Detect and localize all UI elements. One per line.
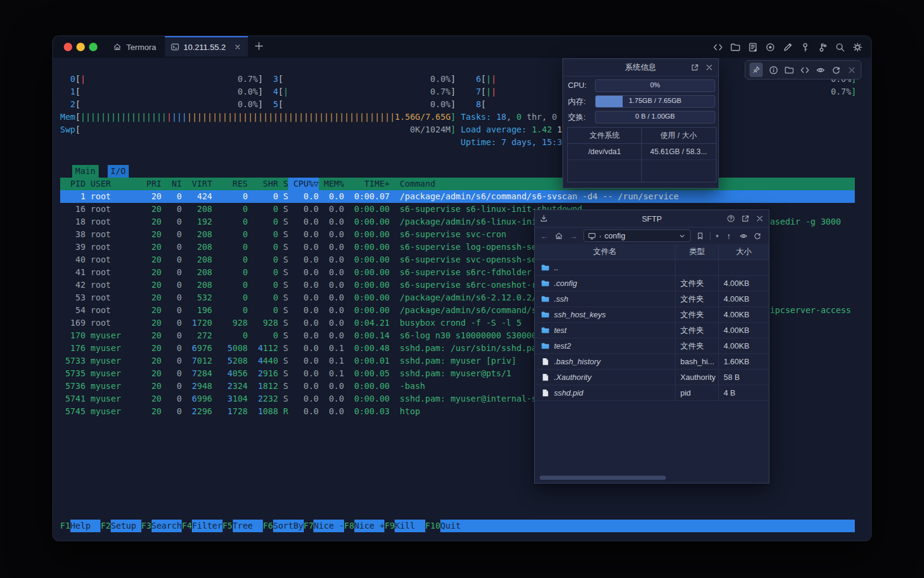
folder-icon: [541, 326, 550, 335]
system-info-title: 系统信息: [563, 59, 718, 76]
path-breadcrumb[interactable]: › config: [584, 229, 691, 242]
scrollbar-thumb[interactable]: [540, 476, 666, 480]
tab-session[interactable]: 10.211.55.2: [165, 36, 248, 57]
keychain-icon[interactable]: [818, 42, 828, 52]
sftp-toolbar: ← → › config ▾ ↑: [535, 228, 769, 244]
fkey-kill[interactable]: F9Kill: [384, 520, 425, 532]
file-icon: [541, 373, 550, 382]
file-row[interactable]: ..: [535, 260, 769, 276]
col-cpu-sorted[interactable]: CPU%▽: [288, 178, 319, 190]
refresh-icon[interactable]: [753, 232, 762, 240]
zoom-window-button[interactable]: [89, 43, 97, 51]
process-table-header: PIDUSERPRINIVIRTRESSHRSCPU%▽MEM%TIME+Com…: [60, 178, 855, 190]
htop-tab-main[interactable]: Main: [72, 165, 99, 178]
forward-icon[interactable]: →: [568, 231, 578, 241]
file-row[interactable]: test文件夹4.00KB: [535, 323, 769, 338]
file-row[interactable]: ssh_host_keys文件夹4.00KB: [535, 307, 769, 323]
fkey-nice-minus[interactable]: F7Nice -: [304, 520, 344, 532]
close-toolbar-icon[interactable]: [847, 65, 857, 75]
close-window-button[interactable]: [64, 43, 72, 51]
tab-termora-home[interactable]: Termora: [113, 36, 156, 58]
chevron-down-icon[interactable]: [678, 232, 686, 240]
home-icon[interactable]: [555, 232, 563, 240]
uptime-row: Uptime: 7 days, 15:36:29: [60, 136, 855, 149]
folder-icon[interactable]: [730, 42, 741, 52]
col-shr[interactable]: SHR: [248, 178, 279, 190]
col-user[interactable]: USER: [91, 178, 141, 190]
fkey-nice-plus[interactable]: F8Nice +: [344, 520, 384, 532]
col-mem[interactable]: MEM%: [319, 178, 344, 190]
log-icon[interactable]: [748, 42, 758, 52]
record-icon[interactable]: [765, 42, 775, 52]
download-icon[interactable]: [540, 214, 548, 223]
folder-icon: [541, 294, 550, 303]
col-filename[interactable]: 文件名: [535, 244, 676, 259]
code-icon[interactable]: [800, 65, 810, 75]
col-res[interactable]: RES: [212, 178, 248, 190]
session-tab-label: 10.211.55.2: [183, 43, 226, 52]
swap-label: 交换:: [568, 112, 586, 123]
file-row[interactable]: sshd.pidpid4 B: [535, 385, 769, 401]
fkey-sortby[interactable]: F6SortBy: [263, 520, 303, 532]
bookmark-icon[interactable]: [696, 232, 704, 240]
open-in-window-icon[interactable]: [691, 63, 699, 72]
folder-icon: [541, 279, 550, 288]
col-state[interactable]: S: [278, 178, 288, 190]
col-ni[interactable]: NI: [162, 178, 182, 190]
current-folder-label: config: [605, 231, 626, 240]
bookmark-dropdown-caret[interactable]: ▾: [716, 233, 719, 239]
file-row[interactable]: .bash_historybash_hi...1.60KB: [535, 354, 769, 370]
close-panel-icon[interactable]: [705, 63, 713, 72]
close-tab-icon[interactable]: [233, 43, 242, 51]
col-virt[interactable]: VIRT: [182, 178, 212, 190]
pin-button[interactable]: [750, 63, 763, 77]
upload-icon[interactable]: ↑: [724, 231, 734, 241]
fkey-search[interactable]: F3Search: [141, 520, 182, 532]
file-row[interactable]: test2文件夹4.00KB: [535, 338, 769, 354]
col-pri[interactable]: PRI: [141, 178, 162, 190]
file-row[interactable]: .XauthorityXauthority58 B: [535, 370, 769, 385]
back-icon[interactable]: ←: [540, 231, 549, 241]
file-row[interactable]: .config文件夹4.00KB: [535, 276, 769, 291]
gpu-eye-icon[interactable]: [816, 65, 825, 75]
code-icon[interactable]: [713, 42, 723, 52]
htop-tab-io[interactable]: I/O: [108, 165, 129, 178]
close-panel-icon[interactable]: [756, 214, 764, 223]
col-filesystem[interactable]: 文件系统: [568, 131, 641, 141]
sftp-title-bar: SFTP: [535, 210, 769, 228]
cpu-usage-row: CPU: 0%: [568, 79, 715, 92]
minimize-window-button[interactable]: [76, 43, 85, 51]
edit-icon[interactable]: [783, 42, 793, 52]
col-time[interactable]: TIME+: [344, 178, 390, 190]
fkey-setup[interactable]: F2Setup: [100, 520, 141, 532]
fkey-help[interactable]: F1Help: [60, 520, 100, 532]
horizontal-scrollbar[interactable]: [537, 476, 766, 480]
open-in-window-icon[interactable]: [741, 214, 750, 223]
file-row[interactable]: .ssh文件夹4.00KB: [535, 291, 769, 307]
col-pid[interactable]: PID: [60, 178, 85, 190]
folder-icon[interactable]: [784, 65, 794, 75]
process-row[interactable]: 1root20042400S0.00.00:00.07/package/admi…: [60, 190, 855, 203]
sftp-panel: SFTP ← → › config ▾ ↑: [534, 210, 769, 483]
file-table-header: 文件名 类型 大小: [535, 244, 769, 260]
cpu-label: CPU:: [568, 81, 587, 90]
key-icon[interactable]: [800, 42, 810, 52]
fkey-quit[interactable]: F10Quit: [425, 520, 855, 532]
filesystem-row[interactable]: /dev/vda1 45.61GB / 58.3...: [568, 144, 716, 160]
info-icon[interactable]: [769, 65, 778, 75]
search-icon[interactable]: [835, 42, 845, 52]
toolbar-divider: [710, 232, 710, 240]
filesystem-table: 文件系统 使用 / 大小 /dev/vda1 45.61GB / 58.3...: [567, 127, 716, 182]
sync-icon[interactable]: [831, 65, 841, 75]
help-icon[interactable]: [727, 214, 735, 223]
new-tab-button[interactable]: [254, 41, 264, 51]
memory-usage-bar: 1.75GB / 7.65GB: [595, 95, 715, 108]
fkey-tree[interactable]: F5Tree: [223, 520, 263, 532]
panel-title: SFTP: [642, 214, 662, 223]
col-usage-size[interactable]: 使用 / 大小: [641, 131, 716, 141]
show-hidden-eye-icon[interactable]: [739, 232, 748, 240]
settings-gear-icon[interactable]: [852, 42, 863, 52]
col-filesize[interactable]: 大小: [719, 244, 769, 259]
fkey-filter[interactable]: F4Filter: [182, 520, 222, 532]
col-filetype[interactable]: 类型: [676, 244, 719, 259]
